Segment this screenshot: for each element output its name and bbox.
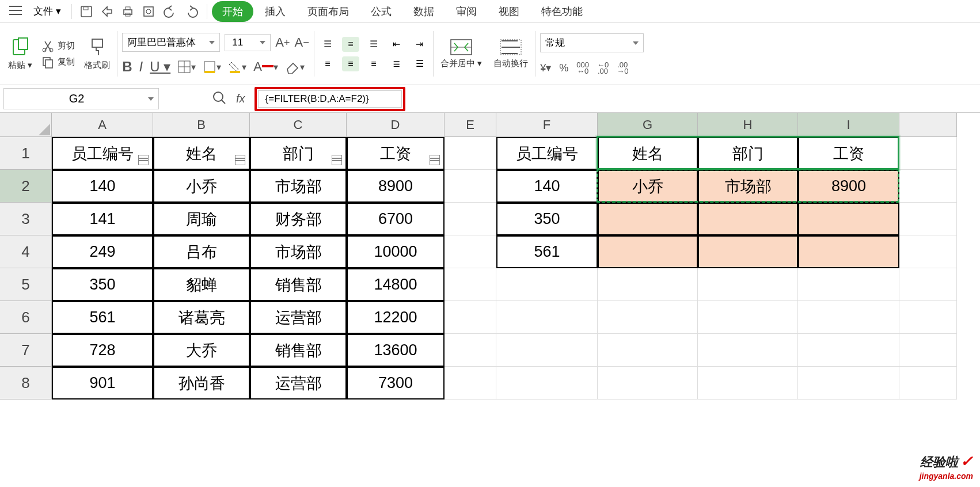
tab-formula[interactable]: 公式 <box>360 1 402 22</box>
cell-C5[interactable]: 销售部 <box>250 268 347 301</box>
col-header-D[interactable]: D <box>347 113 445 137</box>
tab-insert[interactable]: 插入 <box>255 1 296 22</box>
align-bottom-icon[interactable]: ☰ <box>365 37 382 52</box>
cell-I7[interactable] <box>798 334 899 367</box>
cell-H2[interactable]: 市场部 <box>698 170 798 203</box>
cell-extra-5[interactable] <box>899 268 957 301</box>
send-icon[interactable] <box>97 3 117 20</box>
cell-G8[interactable] <box>598 367 698 400</box>
orientation-icon[interactable]: ☰ <box>411 56 428 71</box>
cell-A8[interactable]: 901 <box>52 367 153 400</box>
col-header-G[interactable]: G <box>598 113 698 137</box>
row-header-2[interactable]: 2 <box>0 170 52 203</box>
cell-B7[interactable]: 大乔 <box>153 334 250 367</box>
cell-A5[interactable]: 350 <box>52 268 153 301</box>
cell-E5[interactable] <box>445 268 496 301</box>
cell-C3[interactable]: 财务部 <box>250 203 347 235</box>
row-header-7[interactable]: 7 <box>0 334 52 367</box>
number-format-select[interactable]: 常规 <box>540 33 644 52</box>
tab-data[interactable]: 数据 <box>403 1 445 22</box>
italic-button[interactable]: I <box>139 59 143 75</box>
cell-I5[interactable] <box>798 268 899 301</box>
paste-button[interactable]: 粘贴 ▾ <box>6 36 35 72</box>
font-family-select[interactable]: 阿里巴巴普惠体 <box>122 33 220 52</box>
highlight-button[interactable]: ▾ <box>228 60 246 74</box>
cell-A1[interactable]: 员工编号 <box>52 137 153 170</box>
cell-E2[interactable] <box>445 170 496 203</box>
eraser-button[interactable]: ▾ <box>285 60 305 74</box>
increase-decimal-button[interactable]: .00 →0 <box>617 62 628 74</box>
row-header-5[interactable]: 5 <box>0 268 52 301</box>
wrap-text-button[interactable]: 自动换行 <box>491 37 530 70</box>
increase-font-icon[interactable]: A+ <box>275 35 290 50</box>
cell-B1[interactable]: 姓名 <box>153 137 250 170</box>
col-header-E[interactable]: E <box>445 113 496 137</box>
cell-G7[interactable] <box>598 334 698 367</box>
cell-F8[interactable] <box>496 367 598 400</box>
print-icon[interactable] <box>118 3 138 20</box>
font-size-select[interactable]: 11 <box>225 34 271 51</box>
cell-I3[interactable] <box>798 203 899 235</box>
file-menu[interactable]: 文件 ▾ <box>28 2 67 20</box>
distribute-icon[interactable]: ≣ <box>388 56 405 71</box>
cell-H5[interactable] <box>698 268 798 301</box>
formula-input[interactable]: {=FILTER(B:D,A:A=F2)} <box>258 90 402 108</box>
copy-button[interactable]: 复制 <box>41 56 75 69</box>
thousands-button[interactable]: 000 ↔0 <box>576 62 589 74</box>
cell-A3[interactable]: 141 <box>52 203 153 235</box>
col-header-extra[interactable] <box>899 113 957 137</box>
row-header-1[interactable]: 1 <box>0 137 52 170</box>
currency-button[interactable]: ¥ ▾ <box>540 62 551 74</box>
zoom-icon[interactable] <box>212 90 227 108</box>
col-header-C[interactable]: C <box>250 113 347 137</box>
cell-F6[interactable] <box>496 301 598 334</box>
tab-layout[interactable]: 页面布局 <box>297 1 359 22</box>
cell-H4[interactable] <box>698 235 798 268</box>
cell-F1[interactable]: 员工编号 <box>496 137 598 170</box>
cell-G6[interactable] <box>598 301 698 334</box>
col-header-H[interactable]: H <box>698 113 798 137</box>
row-header-3[interactable]: 3 <box>0 203 52 235</box>
tab-start[interactable]: 开始 <box>212 1 253 22</box>
cell-G3[interactable] <box>598 203 698 235</box>
cell-extra-4[interactable] <box>899 235 957 268</box>
cell-F5[interactable] <box>496 268 598 301</box>
cell-extra-1[interactable] <box>899 137 957 170</box>
preview-icon[interactable] <box>139 3 158 20</box>
border-button[interactable]: ▾ <box>177 60 196 74</box>
cell-C4[interactable]: 市场部 <box>250 235 347 268</box>
cell-I6[interactable] <box>798 301 899 334</box>
decrease-font-icon[interactable]: A− <box>295 35 309 50</box>
cell-G2[interactable]: 小乔 <box>598 170 698 203</box>
merge-center-button[interactable]: 合并居中 ▾ <box>438 37 484 70</box>
cell-E6[interactable] <box>445 301 496 334</box>
underline-button[interactable]: U ▾ <box>150 59 170 75</box>
name-box[interactable]: G2 <box>3 88 159 109</box>
tab-view[interactable]: 视图 <box>488 1 530 22</box>
row-header-4[interactable]: 4 <box>0 235 52 268</box>
cell-G1[interactable]: 姓名 <box>598 137 698 170</box>
cell-B3[interactable]: 周瑜 <box>153 203 250 235</box>
cell-E1[interactable] <box>445 137 496 170</box>
cell-F7[interactable] <box>496 334 598 367</box>
cell-I4[interactable] <box>798 235 899 268</box>
tab-review[interactable]: 审阅 <box>446 1 487 22</box>
cell-I2[interactable]: 8900 <box>798 170 899 203</box>
cell-A6[interactable]: 561 <box>52 301 153 334</box>
align-right-icon[interactable]: ≡ <box>365 56 382 71</box>
select-all-corner[interactable] <box>0 113 52 137</box>
cell-extra-6[interactable] <box>899 301 957 334</box>
cut-button[interactable]: 剪切 <box>41 40 75 52</box>
cell-extra-3[interactable] <box>899 203 957 235</box>
cell-B8[interactable]: 孙尚香 <box>153 367 250 400</box>
cell-F4[interactable]: 561 <box>496 235 598 268</box>
cell-D7[interactable]: 13600 <box>347 334 445 367</box>
tab-features[interactable]: 特色功能 <box>531 1 593 22</box>
row-header-6[interactable]: 6 <box>0 301 52 334</box>
cell-D2[interactable]: 8900 <box>347 170 445 203</box>
col-header-B[interactable]: B <box>153 113 250 137</box>
cell-D5[interactable]: 14800 <box>347 268 445 301</box>
row-header-8[interactable]: 8 <box>0 367 52 400</box>
cell-D8[interactable]: 7300 <box>347 367 445 400</box>
indent-decrease-icon[interactable]: ⇤ <box>388 37 405 52</box>
